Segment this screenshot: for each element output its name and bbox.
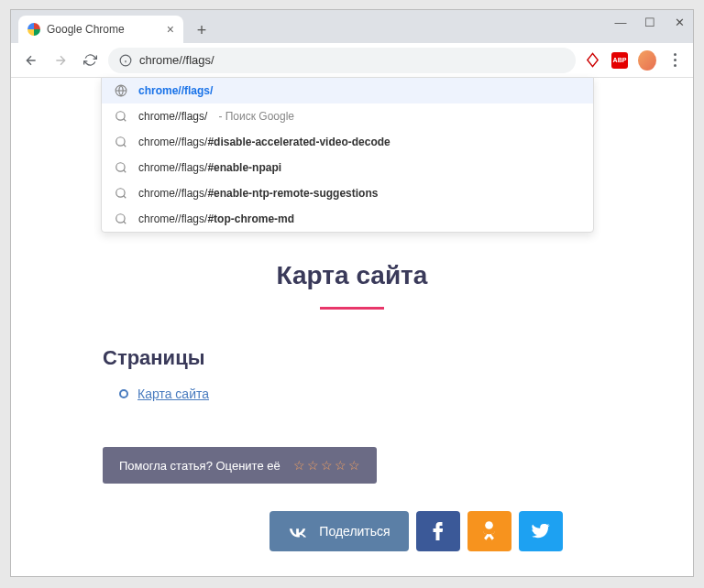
svg-line-6 (124, 119, 126, 122)
suggestion-item[interactable]: chrome//flags/ - Поиск Google (102, 103, 593, 129)
twitter-icon (532, 524, 550, 539)
window-controls: — ☐ ✕ (614, 16, 686, 28)
svg-point-15 (485, 521, 493, 529)
rating-widget[interactable]: Помогла статья? Оцените её ☆ ☆ ☆ ☆ ☆ (103, 447, 377, 484)
tab-title: Google Chrome (47, 23, 125, 36)
tabs-bar: Google Chrome × + (11, 10, 693, 43)
rating-stars[interactable]: ☆ ☆ ☆ ☆ ☆ (293, 458, 360, 473)
rating-label: Помогла статья? Оцените её (119, 459, 280, 473)
share-vk-button[interactable]: Поделиться (270, 511, 408, 551)
link-list-item: Карта сайта (119, 387, 693, 401)
svg-line-12 (124, 196, 126, 199)
suggestion-text: chrome//flags/#enable-ntp-remote-suggest… (138, 187, 378, 200)
svg-line-10 (124, 170, 126, 173)
forward-button[interactable] (50, 49, 72, 71)
toolbar: ABP (11, 43, 693, 78)
search-icon (115, 161, 127, 174)
globe-icon (115, 84, 127, 97)
bullet-icon (119, 389, 128, 398)
info-icon (119, 54, 132, 67)
adblock-extension-icon[interactable]: ABP (610, 51, 629, 70)
star-icon[interactable]: ☆ (307, 458, 319, 473)
svg-line-14 (124, 222, 126, 224)
share-buttons: Поделиться (139, 511, 693, 551)
suggestion-text: chrome//flags/#disable-accelerated-video… (138, 136, 390, 148)
search-icon (115, 187, 127, 200)
star-icon[interactable]: ☆ (321, 458, 333, 473)
address-bar[interactable] (108, 48, 576, 73)
back-button[interactable] (20, 49, 42, 71)
share-vk-label: Поделиться (319, 524, 390, 539)
minimize-button[interactable]: — (614, 16, 627, 28)
odnoklassniki-icon (483, 521, 495, 541)
svg-line-8 (124, 145, 126, 147)
new-tab-button[interactable]: + (189, 17, 214, 43)
menu-button[interactable] (666, 51, 684, 70)
star-icon[interactable]: ☆ (293, 458, 305, 473)
section-heading: Страницы (103, 346, 693, 370)
suggestion-text: chrome//flags/ (138, 84, 213, 97)
share-twitter-button[interactable] (519, 511, 563, 551)
suggestion-extra: - Поиск Google (218, 110, 294, 123)
search-icon (115, 110, 127, 123)
facebook-icon (433, 522, 443, 540)
suggestion-item[interactable]: chrome//flags/#enable-npapi (102, 155, 593, 180)
close-window-button[interactable]: ✕ (673, 16, 686, 28)
browser-tab[interactable]: Google Chrome × (18, 16, 183, 43)
svg-point-7 (116, 137, 125, 146)
menu-dots-icon (674, 53, 676, 67)
url-input[interactable] (139, 53, 565, 67)
suggestion-item[interactable]: chrome//flags/#disable-accelerated-video… (102, 129, 593, 155)
page-title: Карта сайта (11, 261, 693, 290)
svg-point-9 (116, 163, 125, 171)
yandex-extension-icon[interactable] (583, 51, 601, 70)
extension-icons: ABP (583, 51, 684, 70)
vk-icon (288, 525, 308, 538)
title-divider (320, 307, 384, 310)
suggestion-item[interactable]: chrome//flags/ (102, 78, 593, 103)
share-ok-button[interactable] (468, 511, 512, 551)
suggestion-text: chrome//flags/#enable-npapi (138, 161, 281, 174)
reload-button[interactable] (79, 49, 101, 71)
suggestion-item[interactable]: chrome//flags/#top-chrome-md (102, 206, 593, 232)
avatar-icon (638, 50, 656, 71)
chrome-favicon-icon (28, 23, 40, 36)
profile-avatar[interactable] (638, 51, 656, 70)
svg-point-11 (116, 189, 125, 197)
maximize-button[interactable]: ☐ (644, 16, 656, 28)
sitemap-link[interactable]: Карта сайта (138, 387, 209, 401)
search-icon (115, 212, 127, 225)
suggestion-text: chrome//flags/#top-chrome-md (138, 212, 294, 225)
tab-close-icon[interactable]: × (167, 22, 174, 37)
omnibox-suggestions: chrome//flags/chrome//flags/ - Поиск Goo… (101, 77, 594, 233)
browser-window: — ☐ ✕ Google Chrome × + ABP (10, 9, 694, 577)
svg-point-5 (116, 112, 125, 120)
star-icon[interactable]: ☆ (348, 458, 360, 473)
share-facebook-button[interactable] (416, 511, 460, 551)
search-icon (115, 136, 127, 148)
suggestion-item[interactable]: chrome//flags/#enable-ntp-remote-suggest… (102, 180, 593, 206)
star-icon[interactable]: ☆ (335, 458, 346, 473)
abp-badge: ABP (611, 52, 628, 69)
suggestion-text: chrome//flags/ (138, 110, 207, 123)
svg-point-13 (116, 214, 125, 223)
